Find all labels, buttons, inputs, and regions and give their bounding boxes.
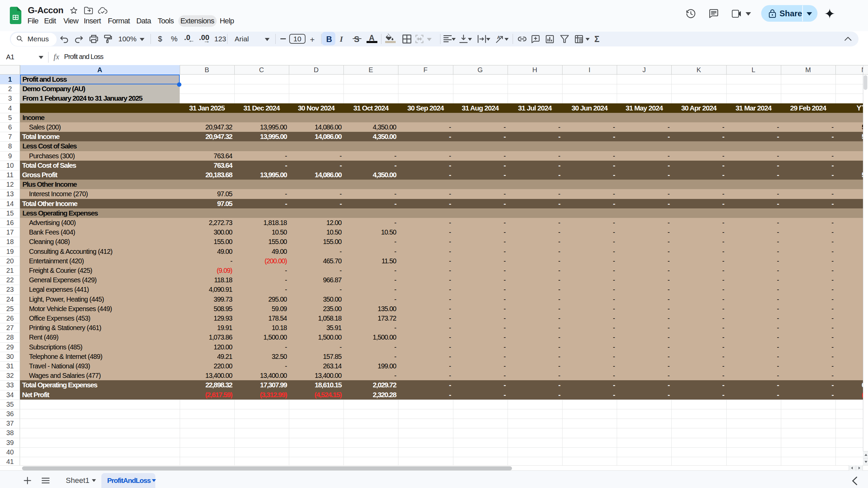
svg-text:A: A [497,35,500,40]
